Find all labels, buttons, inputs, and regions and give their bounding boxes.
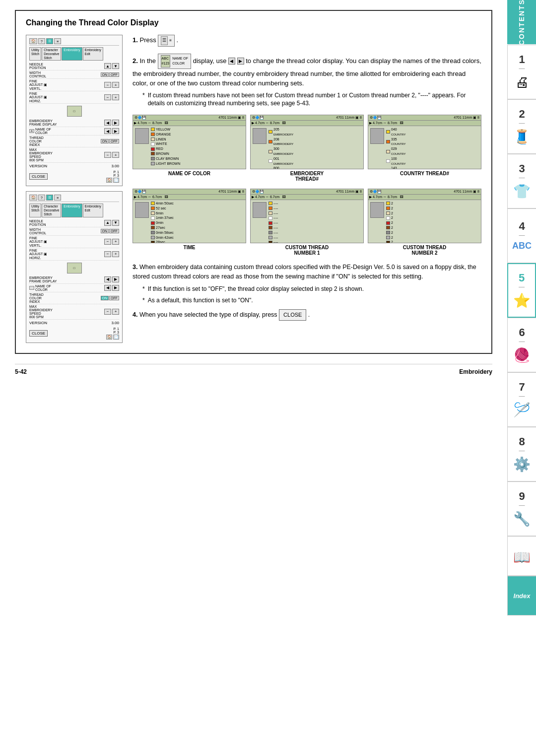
repair-icon: 🔧 — [513, 511, 531, 527]
thread-208: 208EMBROIDERY — [268, 137, 361, 147]
needle2-up[interactable]: ▲ — [104, 220, 111, 226]
tab-chapter-4[interactable]: 4 — ABC — [507, 208, 536, 263]
needle-position-control[interactable]: ▲ ▼ — [104, 63, 119, 69]
width2-onoff[interactable]: ON OFF — [101, 229, 120, 233]
close-button-step4[interactable]: CLOSE — [279, 309, 306, 321]
menu-button-icon[interactable]: ☰ ≡ — [158, 35, 175, 47]
screen-icons-2: ⚙🔷💾 — [252, 116, 264, 120]
needle-down-btn[interactable]: ▼ — [112, 63, 119, 69]
tab-index[interactable]: Index — [507, 576, 536, 616]
tab2-embroidery[interactable]: Embroidery — [62, 204, 82, 217]
color2-right[interactable]: ▶ — [112, 285, 119, 291]
thread-on-btn[interactable]: ON — [101, 139, 109, 143]
country-143: 143COUNTRY — [386, 166, 479, 169]
color-left-btn[interactable]: ◀ — [104, 128, 111, 134]
panel2-menu-icon[interactable]: ☰ — [46, 195, 53, 201]
fine2-horiz-label: FINEADJUST ▣HORIZ. — [29, 249, 47, 260]
tab2-utility[interactable]: UtilityStitch — [29, 204, 41, 217]
fine2-horiz-minus[interactable]: − — [104, 251, 111, 257]
panel-list-icon[interactable]: ≡ — [54, 38, 61, 44]
right-arrow-btn[interactable]: ▶ — [237, 58, 244, 65]
thread-color-onoff[interactable]: ON OFF — [101, 139, 120, 143]
linen-swatch — [151, 137, 155, 141]
t300-swatch — [268, 150, 272, 153]
color2-arrows[interactable]: ◀ ▶ — [104, 285, 119, 291]
fine2-vert-minus[interactable]: − — [104, 239, 111, 245]
tab-chapter-3[interactable]: 3 — 👕 — [507, 154, 536, 208]
fine-vert-plus[interactable]: + — [112, 82, 119, 88]
fine-adjust-horiz-control[interactable]: − + — [104, 94, 119, 100]
panel2-home-icon[interactable]: 🏠 — [29, 195, 37, 201]
panel2-list-icon[interactable]: ≡ — [54, 195, 61, 201]
tab-character[interactable]: CharacterDecorativeStitch — [42, 47, 61, 61]
needle2-control[interactable]: ▲ ▼ — [104, 220, 119, 226]
thread-off-btn[interactable]: OFF — [109, 139, 119, 143]
fine-vert-minus[interactable]: − — [104, 82, 111, 88]
close-btn-panel[interactable]: CLOSE — [29, 173, 48, 180]
tab-chapter-2[interactable]: 2 — 🧵 — [507, 99, 536, 154]
frame-left-btn[interactable]: ◀ — [104, 120, 111, 126]
doc-icon-small[interactable]: 📄 — [113, 178, 119, 183]
width2-on[interactable]: ON — [101, 229, 109, 233]
thread2-onoff[interactable]: ON OFF — [101, 296, 120, 300]
hoop-icon: 🪡 — [513, 402, 531, 418]
tab-chapter-9[interactable]: 9 — 🔧 — [507, 481, 536, 536]
frame2-right[interactable]: ▶ — [112, 276, 119, 282]
color-arrows[interactable]: ◀ ▶ — [104, 128, 119, 134]
tab-contents[interactable]: CONTENTS — [507, 0, 536, 45]
doc2-icon-small[interactable]: 📄 — [113, 335, 119, 340]
frame-arrows[interactable]: ◀ ▶ — [104, 120, 119, 126]
thread2-off[interactable]: OFF — [109, 296, 119, 300]
needle-up-btn[interactable]: ▲ — [104, 63, 111, 69]
color2-left[interactable]: ◀ — [104, 285, 111, 291]
tab-chapter-7[interactable]: 7 — 🪡 — [507, 372, 536, 427]
tab-chapter-6[interactable]: 6 — 🧶 — [507, 318, 536, 372]
time-7: 0min 58sec — [151, 230, 244, 235]
width2-off[interactable]: OFF — [109, 229, 119, 233]
screen-top-bar-4: ⚙🔷💾 4701 11mm ▣ 8 — [133, 189, 246, 195]
frame-right-btn[interactable]: ▶ — [112, 120, 119, 126]
needle2-down[interactable]: ▼ — [112, 220, 119, 226]
speed-minus[interactable]: − — [104, 152, 111, 158]
panel-question-icon[interactable]: ? — [38, 38, 45, 44]
frame2-left[interactable]: ◀ — [104, 276, 111, 282]
close2-btn[interactable]: CLOSE — [29, 330, 48, 337]
speed2-minus[interactable]: − — [104, 309, 111, 315]
fine-horiz-minus[interactable]: − — [104, 94, 111, 100]
width-on-btn[interactable]: ON — [101, 72, 109, 77]
panel-menu-icon[interactable]: ☰ — [46, 38, 53, 44]
version-number: 3.00 — [111, 164, 119, 168]
frame2-arrows[interactable]: ◀ ▶ — [104, 276, 119, 282]
fine-horiz-plus[interactable]: + — [112, 94, 119, 100]
version-label: VERSION — [29, 164, 47, 168]
tab2-character[interactable]: CharacterDecorativeStitch — [42, 204, 61, 217]
speed2-plus[interactable]: + — [112, 309, 119, 315]
tab2-embroidery-edit[interactable]: EmbroideryEdit — [83, 204, 103, 217]
speed2-ctrl[interactable]: − + — [104, 309, 119, 315]
tab-utility[interactable]: UtilityStitch — [29, 47, 41, 61]
color-right-btn[interactable]: ▶ — [112, 128, 119, 134]
light-swatch — [151, 162, 155, 165]
thread2-on[interactable]: ON — [101, 296, 109, 300]
fine2-horiz-plus[interactable]: + — [112, 251, 119, 257]
tab-embroidery-edit[interactable]: EmbroideryEdit — [83, 47, 103, 61]
width-control-onoff[interactable]: ON OFF — [101, 72, 120, 77]
speed-control[interactable]: − + — [104, 152, 119, 158]
left-arrow-btn[interactable]: ◀ — [228, 58, 235, 65]
fine2-vert-ctrl[interactable]: − + — [104, 239, 119, 245]
tab-book[interactable]: 📖 — [507, 536, 536, 576]
home2-icon-small[interactable]: 🏠 — [106, 335, 112, 340]
tab-chapter-1[interactable]: 1 — 🖨 — [507, 45, 536, 99]
tab-chapter-5[interactable]: 5 — ⭐ — [507, 263, 536, 318]
speed-plus[interactable]: + — [112, 152, 119, 158]
note-star-3b: * — [142, 296, 145, 305]
fine2-horiz-ctrl[interactable]: − + — [104, 251, 119, 257]
panel-home-icon[interactable]: 🏠 — [29, 38, 37, 44]
fine-adjust-vert-control[interactable]: − + — [104, 82, 119, 88]
panel2-question-icon[interactable]: ? — [38, 195, 45, 201]
home-icon-small[interactable]: 🏠 — [106, 178, 112, 183]
tab-chapter-8[interactable]: 8 — ⚙️ — [507, 427, 536, 481]
fine2-vert-plus[interactable]: + — [112, 239, 119, 245]
width-off-btn[interactable]: OFF — [109, 72, 119, 77]
tab-embroidery[interactable]: Embroidery — [62, 47, 82, 61]
